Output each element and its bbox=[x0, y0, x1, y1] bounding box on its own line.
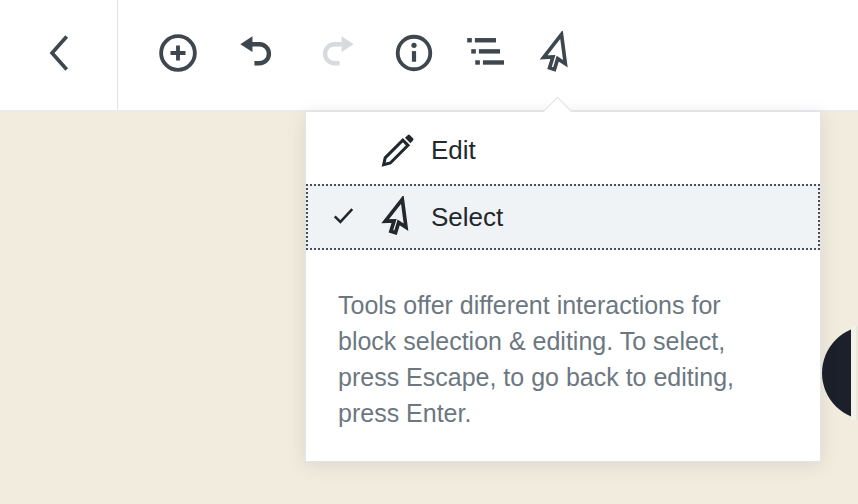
menu-item-select[interactable]: Select bbox=[306, 184, 820, 250]
wordpress-block-editor: Edit Select bbox=[0, 0, 858, 504]
tools-help-text: Tools offer different interactions for b… bbox=[306, 250, 820, 431]
cursor-pointer-icon bbox=[535, 31, 579, 79]
tools-dropdown: Edit Select bbox=[305, 111, 821, 462]
add-block-button[interactable] bbox=[142, 0, 214, 110]
redo-button[interactable] bbox=[301, 0, 373, 110]
redo-arrow-icon bbox=[315, 31, 359, 79]
back-button[interactable] bbox=[0, 0, 118, 110]
tools-menu-group: Edit Select bbox=[306, 112, 820, 250]
menu-item-edit-label: Edit bbox=[431, 135, 476, 166]
list-view-icon bbox=[463, 30, 509, 80]
undo-button[interactable] bbox=[221, 0, 293, 110]
editor-toolbar bbox=[0, 0, 858, 112]
block-navigation-button[interactable] bbox=[450, 0, 522, 110]
info-circle-icon bbox=[393, 32, 435, 78]
tools-button[interactable] bbox=[521, 0, 593, 110]
menu-item-select-label: Select bbox=[431, 202, 503, 233]
undo-arrow-icon bbox=[235, 31, 279, 79]
menu-item-edit[interactable]: Edit bbox=[306, 116, 820, 184]
plus-circle-icon bbox=[156, 31, 200, 79]
check-icon bbox=[331, 203, 356, 232]
content-info-button[interactable] bbox=[378, 0, 450, 110]
check-column bbox=[331, 203, 377, 232]
chevron-left-icon bbox=[37, 31, 81, 79]
pencil-icon bbox=[377, 130, 419, 170]
cursor-pointer-icon bbox=[377, 196, 419, 238]
